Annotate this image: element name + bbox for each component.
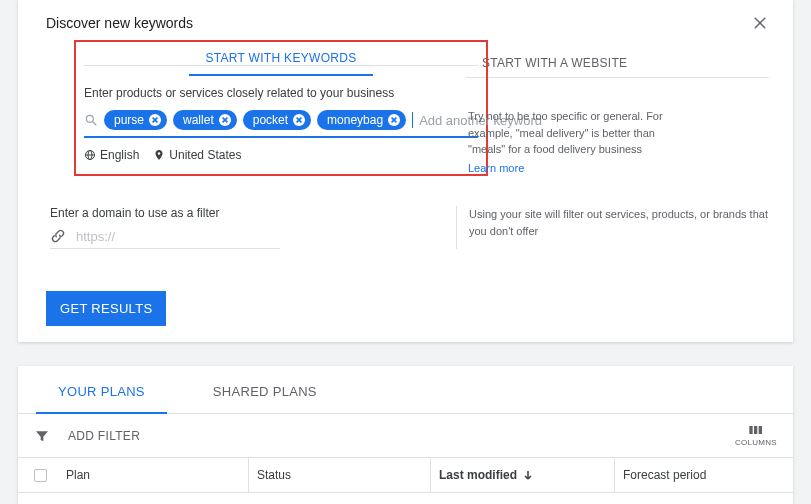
col-status[interactable]: Status [248,458,430,492]
domain-filter-label: Enter a domain to use as a filter [50,206,416,220]
svg-rect-18 [759,426,762,434]
svg-rect-16 [749,426,752,434]
location-selector[interactable]: United States [153,148,241,162]
plans-card: YOUR PLANS SHARED PLANS ADD FILTER COLUM… [18,366,793,504]
discover-keywords-card: Discover new keywords START WITH A WEBSI… [18,0,793,342]
columns-label: COLUMNS [735,438,777,447]
text-cursor [412,112,413,128]
page-title: Discover new keywords [46,15,751,31]
columns-icon [748,424,764,436]
col-forecast[interactable]: Forecast period [614,458,793,492]
keyword-chip: moneybag [317,110,406,130]
domain-hint-text: Using your site will filter out services… [469,206,769,239]
location-icon [153,149,165,161]
tab-shared-plans[interactable]: SHARED PLANS [179,366,351,413]
targeting-row: English United States [76,138,486,162]
card-header: Discover new keywords [18,0,793,40]
filter-icon[interactable] [34,428,50,444]
tab-start-website[interactable]: START WITH A WEBSITE [466,48,643,80]
learn-more-link[interactable]: Learn more [468,162,524,174]
keywords-hint-block: Try not to be too specific or general. F… [468,108,678,175]
location-label: United States [169,148,241,162]
keyword-chip: purse [104,110,167,130]
link-icon [50,228,66,244]
tab-your-plans[interactable]: YOUR PLANS [24,366,179,413]
svg-line-3 [93,122,97,126]
chip-label: moneybag [327,113,383,127]
add-filter-button[interactable]: ADD FILTER [68,429,140,443]
globe-icon [84,149,96,161]
tab-start-keywords[interactable]: START WITH KEYWORDS [189,43,372,75]
chip-remove-icon[interactable] [388,114,400,126]
chip-remove-icon[interactable] [219,114,231,126]
col-last-modified[interactable]: Last modified [430,458,614,492]
language-label: English [100,148,139,162]
sort-down-icon [523,470,533,480]
hint-text: Try not to be too specific or general. F… [468,108,678,158]
keyword-chip: pocket [243,110,311,130]
svg-rect-17 [754,426,757,434]
filter-row: ADD FILTER COLUMNS [18,414,793,458]
language-selector[interactable]: English [84,148,139,162]
select-all-checkbox[interactable] [34,469,47,482]
get-results-button[interactable]: GET RESULTS [46,291,166,326]
chip-label: wallet [183,113,214,127]
keyword-chips-row: purse wallet pocket moneybag Add another… [84,110,478,138]
search-icon [84,113,98,127]
keyword-chip: wallet [173,110,237,130]
col-plan[interactable]: Plan [18,458,248,492]
plans-table-header: Plan Status Last modified Forecast perio… [18,458,793,493]
domain-input[interactable] [76,229,280,244]
chip-remove-icon[interactable] [293,114,305,126]
plans-tabs: YOUR PLANS SHARED PLANS [18,366,793,414]
close-icon[interactable] [751,14,769,32]
svg-point-2 [86,115,93,122]
chip-label: purse [114,113,144,127]
svg-point-15 [158,152,161,155]
keywords-highlight-box: START WITH KEYWORDS Enter products or se… [74,40,488,176]
chip-label: pocket [253,113,288,127]
columns-button[interactable]: COLUMNS [735,424,777,447]
chip-remove-icon[interactable] [149,114,161,126]
empty-state-message: Find new keyword ideas, get search volum… [18,493,793,504]
domain-filter-section: Enter a domain to use as a filter Using … [46,206,769,249]
